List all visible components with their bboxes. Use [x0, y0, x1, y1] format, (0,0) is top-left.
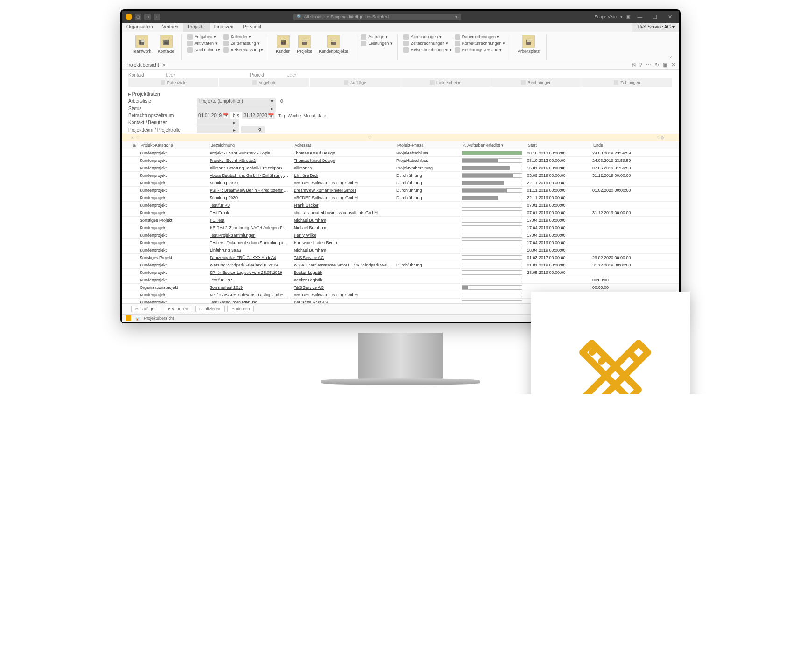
- table-row[interactable]: KundenprojektKP für Becker Logistik vom …: [122, 269, 679, 276]
- copy-icon[interactable]: ⎘: [632, 62, 636, 68]
- ribbon-teamwork[interactable]: ▦Teamwork: [130, 34, 153, 55]
- entfernen-button[interactable]: Entfernen: [227, 306, 254, 312]
- ribbon-arbeitsplatz[interactable]: ▦Arbeitsplatz: [516, 34, 541, 55]
- ribbon-aufträge[interactable]: Aufträge ▾: [361, 34, 393, 40]
- maximize-button[interactable]: ☐: [649, 14, 660, 20]
- table-row[interactable]: KundenprojektProjekt - Event Münster2Tho…: [122, 157, 679, 164]
- kontakt-benutzer-dropdown[interactable]: ▸: [197, 119, 239, 126]
- menu-vertrieb[interactable]: Vertrieb: [158, 23, 183, 32]
- document-tab[interactable]: Projektübersicht: [126, 63, 159, 68]
- ribbon-leistungen[interactable]: Leistungen ▾: [361, 41, 393, 46]
- ribbon-collapse-icon[interactable]: ⌄: [666, 53, 675, 60]
- ribbon-zeitabrechnungen[interactable]: Zeitabrechnungen ▾: [403, 41, 452, 46]
- date-from[interactable]: 01.01.2019 📅: [197, 112, 230, 119]
- projektteam-dropdown[interactable]: ▸: [197, 126, 239, 133]
- table-row[interactable]: KundenprojektTest erst Dokumente dann Sa…: [122, 239, 679, 246]
- pipeline-aufträge[interactable]: Aufträge: [310, 78, 400, 87]
- ribbon-rechnungsversand[interactable]: Rechnungsversand ▾: [455, 47, 505, 53]
- close-view-icon[interactable]: ✕: [671, 62, 675, 68]
- menu-organisation[interactable]: Organisation: [122, 23, 158, 32]
- qat-save-icon[interactable]: ▢: [135, 14, 141, 20]
- tab-close-icon[interactable]: ✕: [162, 63, 166, 68]
- grid-filter-row[interactable]: ×♡♡♡⊕: [122, 134, 679, 141]
- table-row[interactable]: KundenprojektSchulung 2020ABCDEF Softwar…: [122, 194, 679, 202]
- ribbon-aktivitäten[interactable]: Aktivitäten ▾: [187, 41, 221, 46]
- global-search[interactable]: 🔍 Alle Inhalte ▾ Scopen - Intelligentes …: [293, 14, 461, 20]
- table-row[interactable]: KundenprojektSchulung 2019ABCDEF Softwar…: [122, 179, 679, 187]
- table-row[interactable]: Sonstiges ProjektFahrzeugakte PRÜ-C- XXX…: [122, 254, 679, 261]
- range-monat[interactable]: Monat: [303, 113, 315, 118]
- table-row[interactable]: KundenprojektTest Frankabc - associated …: [122, 209, 679, 217]
- pipeline-potenziale[interactable]: Potenziale: [128, 78, 219, 87]
- col-start[interactable]: Start: [526, 142, 591, 148]
- pipeline-lieferscheine[interactable]: Lieferscheine: [400, 78, 491, 87]
- table-row[interactable]: Sonstiges ProjektHE TestMichael Burnham1…: [122, 217, 679, 224]
- ribbon-nachrichten[interactable]: Nachrichten ▾: [187, 47, 221, 53]
- ribbon-kundenprojekte[interactable]: ▦Kundenprojekte: [317, 34, 350, 55]
- status-dropdown[interactable]: ▸: [197, 105, 276, 112]
- expand-col[interactable]: ⊞: [131, 142, 139, 148]
- ribbon-kalender[interactable]: Kalender ▾: [223, 34, 263, 40]
- table-row[interactable]: KundenprojektProjekt - Event Münster2 - …: [122, 149, 679, 157]
- table-row[interactable]: KundenprojektWartung Windpark Friesland …: [122, 261, 679, 269]
- menu-projekte[interactable]: Projekte: [183, 23, 210, 32]
- table-row[interactable]: KundenprojektHE Test 2 Zuordnung NACH An…: [122, 224, 679, 231]
- table-row[interactable]: KundenprojektAbora Deutschland GmbH - Ei…: [122, 172, 679, 179]
- duplizieren-button[interactable]: Duplizieren: [195, 306, 225, 312]
- pipeline-rechnungen[interactable]: Rechnungen: [491, 78, 582, 87]
- table-row[interactable]: KundenprojektTest für P3Frank Becker07.0…: [122, 202, 679, 209]
- ribbon-kunden[interactable]: ▦Kunden: [274, 34, 292, 55]
- layout-icon[interactable]: ▣: [626, 14, 631, 19]
- ribbon-korrekturrechnungen[interactable]: Korrekturrechnungen ▾: [455, 41, 505, 46]
- window-icon[interactable]: ▣: [663, 62, 668, 68]
- col-phase[interactable]: Projekt-Phase: [395, 142, 461, 148]
- help-icon[interactable]: ?: [639, 62, 642, 68]
- arbeitsliste-dropdown[interactable]: Projekte (Empfohlen)▾: [197, 98, 276, 105]
- qat-refresh-icon[interactable]: ⊕: [144, 14, 151, 20]
- menu-finanzen[interactable]: Finanzen: [210, 23, 238, 32]
- date-to[interactable]: 31.12.2020 📅: [242, 112, 275, 119]
- pencil-ruler-icon: [564, 324, 657, 394]
- col-aufgaben[interactable]: % Aufgaben erledigt ▾: [461, 142, 526, 148]
- more-icon[interactable]: ⋯: [646, 62, 651, 68]
- filter-icon[interactable]: ⚙: [279, 98, 284, 104]
- range-tag[interactable]: Tag: [278, 113, 285, 118]
- table-row[interactable]: KundenprojektTest ProjektsammlungenHenry…: [122, 231, 679, 239]
- col-kategorie[interactable]: Projekt-Kategorie: [139, 142, 209, 148]
- menu-personal[interactable]: Personal: [238, 23, 266, 32]
- pipeline-zahlungen[interactable]: Zahlungen: [582, 78, 673, 87]
- search-scope: Alle Inhalte: [304, 14, 325, 19]
- ribbon-dauerrechnungen[interactable]: Dauerrechnungen ▾: [455, 34, 505, 40]
- table-row[interactable]: KundenprojektTest für HrPBecker Logistik…: [122, 276, 679, 284]
- range-jahr[interactable]: Jahr: [318, 113, 326, 118]
- table-row[interactable]: KundenprojektBillmann Beratung Technik F…: [122, 164, 679, 172]
- bearbeiten-button[interactable]: Bearbeiten: [164, 306, 193, 312]
- ribbon-abrechnungen[interactable]: Abrechnungen ▾: [403, 34, 452, 40]
- col-ende[interactable]: Ende: [591, 142, 657, 148]
- projektrolle-dropdown[interactable]: ⚗: [241, 126, 265, 133]
- pipeline-angebote[interactable]: Angebote: [219, 78, 309, 87]
- ribbon-zeiterfassung[interactable]: Zeiterfassung ▾: [223, 41, 263, 46]
- table-row[interactable]: OrganisationsprojektSommerfest 2019T&S S…: [122, 284, 679, 291]
- status-chart-icon[interactable]: 📊: [135, 316, 140, 321]
- qat-more-icon[interactable]: ◦: [154, 14, 160, 20]
- ribbon-kontakte[interactable]: ▦Kontakte: [156, 34, 176, 55]
- col-bezeichnung[interactable]: Bezeichnung: [209, 142, 293, 148]
- status-label: Projektübersicht: [144, 316, 174, 321]
- ribbon-projekte[interactable]: ▦Projekte: [295, 34, 314, 55]
- refresh-icon[interactable]: ↻: [655, 62, 659, 68]
- close-button[interactable]: ✕: [664, 14, 675, 20]
- status-label: Status: [128, 106, 194, 111]
- col-adressat[interactable]: Adressat: [293, 142, 395, 148]
- ribbon-aufgaben[interactable]: Aufgaben ▾: [187, 34, 221, 40]
- minimize-button[interactable]: —: [634, 14, 646, 20]
- table-row[interactable]: KundenprojektPSH-T: Dreamview Berlin - K…: [122, 187, 679, 194]
- ribbon-reiseabrechnungen[interactable]: Reiseabrechnungen ▾: [403, 47, 452, 53]
- ribbon-reiseerfassung[interactable]: Reiseerfassung ▾: [223, 47, 263, 53]
- range-woche[interactable]: Woche: [288, 113, 301, 118]
- kontakt-input[interactable]: Leer: [166, 72, 175, 77]
- table-row[interactable]: KundenprojektEinführung SaaSMichael Burn…: [122, 246, 679, 254]
- hinzufügen-button[interactable]: Hinzufügen: [131, 306, 161, 312]
- company-selector[interactable]: T&S Service AG ▾: [632, 23, 679, 32]
- projekt-input[interactable]: Leer: [287, 72, 296, 77]
